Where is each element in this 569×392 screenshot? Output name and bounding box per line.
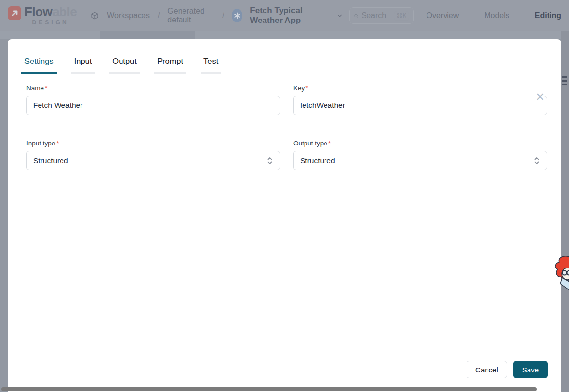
nav-editing[interactable]: Editing bbox=[535, 11, 561, 20]
updown-chevrons-icon bbox=[266, 156, 273, 165]
breadcrumb-separator: / bbox=[158, 11, 160, 20]
breadcrumb-folder[interactable]: Generated default bbox=[167, 7, 214, 24]
name-field-group: Name* bbox=[26, 84, 280, 115]
app-header: Flowable DESIGN Workspaces / Generated d… bbox=[0, 0, 569, 31]
breadcrumb-app-name[interactable]: Fetch Typical Weather App bbox=[250, 6, 328, 25]
tab-prompt[interactable]: Prompt bbox=[154, 57, 186, 74]
logo-word-flow: Flow bbox=[24, 4, 52, 19]
logo-tile bbox=[8, 6, 21, 20]
input-type-field-group: Input type* Structured bbox=[26, 140, 280, 170]
task-settings-dialog: ✕ Settings Input Output Prompt Test Name… bbox=[8, 39, 561, 392]
flowable-logo: Flowable DESIGN bbox=[8, 5, 77, 26]
tab-input[interactable]: Input bbox=[71, 57, 95, 74]
input-type-value: Structured bbox=[33, 156, 68, 165]
key-input[interactable] bbox=[293, 96, 547, 115]
breadcrumb-separator: / bbox=[222, 11, 224, 20]
breadcrumb-workspaces[interactable]: Workspaces bbox=[107, 11, 150, 20]
output-type-label: Output type* bbox=[293, 140, 547, 147]
cancel-button[interactable]: Cancel bbox=[467, 361, 507, 378]
top-nav: Overview Models Editing bbox=[427, 11, 561, 20]
dialog-footer: Cancel Save bbox=[467, 361, 548, 378]
logo-subtitle: DESIGN bbox=[32, 19, 69, 26]
key-field-group: Key* bbox=[293, 84, 547, 115]
logo-word-able: able bbox=[52, 4, 77, 19]
tab-settings[interactable]: Settings bbox=[21, 57, 57, 74]
asterisk-icon bbox=[234, 12, 241, 19]
name-label: Name* bbox=[26, 84, 280, 92]
logo-text: Flowable DESIGN bbox=[24, 5, 77, 26]
global-search[interactable]: ⌘K bbox=[349, 7, 414, 24]
settings-form: Name* Key* Input type* Structured Output… bbox=[8, 73, 561, 170]
required-asterisk: * bbox=[56, 140, 59, 147]
required-asterisk: * bbox=[305, 84, 308, 92]
input-type-select[interactable]: Structured bbox=[26, 151, 280, 170]
input-type-label: Input type* bbox=[26, 140, 280, 147]
close-icon[interactable]: ✕ bbox=[536, 92, 545, 103]
hamburger-icon bbox=[562, 76, 567, 85]
output-type-select[interactable]: Structured bbox=[293, 151, 547, 170]
cube-icon bbox=[90, 10, 99, 21]
tab-output[interactable]: Output bbox=[109, 57, 140, 74]
output-type-value: Structured bbox=[300, 156, 335, 165]
key-label: Key* bbox=[293, 84, 547, 92]
search-icon bbox=[354, 12, 359, 20]
chevron-down-icon[interactable] bbox=[337, 12, 343, 20]
background-active-tab bbox=[100, 31, 195, 39]
breadcrumb: Workspaces / Generated default / Fetch T… bbox=[90, 6, 342, 25]
horizontal-scrollbar[interactable] bbox=[1, 387, 537, 391]
search-input[interactable] bbox=[362, 11, 391, 20]
flowable-mascot bbox=[553, 253, 569, 290]
updown-chevrons-icon bbox=[533, 156, 540, 165]
nav-overview[interactable]: Overview bbox=[427, 11, 459, 20]
save-button[interactable]: Save bbox=[513, 361, 548, 378]
tab-test[interactable]: Test bbox=[201, 57, 221, 74]
nav-models[interactable]: Models bbox=[484, 11, 509, 20]
name-input[interactable] bbox=[26, 96, 280, 115]
required-asterisk: * bbox=[328, 140, 331, 147]
required-asterisk: * bbox=[45, 84, 47, 92]
arrow-up-right-icon bbox=[10, 9, 19, 18]
output-type-field-group: Output type* Structured bbox=[293, 140, 547, 170]
background-tab-strip bbox=[0, 31, 569, 39]
dialog-tabs: Settings Input Output Prompt Test bbox=[21, 39, 548, 73]
app-badge bbox=[232, 9, 242, 22]
search-shortcut-badge: ⌘K bbox=[394, 11, 409, 21]
